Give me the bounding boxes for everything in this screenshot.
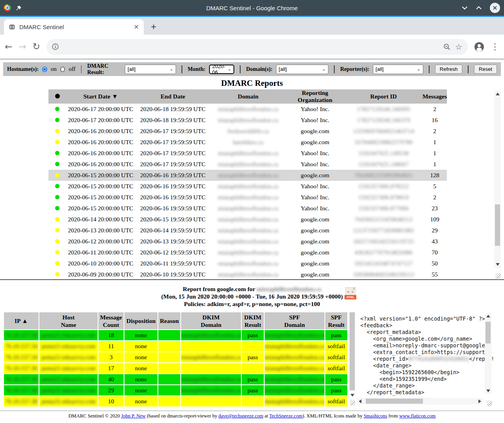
- refresh-button[interactable]: Refresh: [435, 65, 463, 74]
- report-row[interactable]: 2020-06-10 20:00:00 UTC2020-06-11 19:59:…: [48, 258, 447, 269]
- detail-dkim_domain-cell: [181, 396, 241, 406]
- close-window-button[interactable]: [490, 3, 500, 13]
- detail-column-header[interactable]: HostName: [39, 312, 98, 329]
- report-row[interactable]: 2020-06-16 20:00:00 UTC2020-06-17 19:59:…: [48, 126, 447, 137]
- reports-column-header[interactable]: Report ID: [345, 89, 422, 104]
- xml-resize-grip[interactable]: [487, 401, 492, 406]
- spf_domain-redacted: miataphilbrooflondon.ca: [265, 387, 324, 393]
- xml-horizontal-scrollbar[interactable]: [357, 398, 483, 404]
- report-row[interactable]: 2020-06-15 20:00:00 UTC2020-06-16 19:59:…: [48, 181, 447, 192]
- scroll-down-icon[interactable]: [496, 263, 500, 266]
- report-row[interactable]: 2020-06-13 20:00:00 UTC2020-06-14 19:59:…: [48, 225, 447, 236]
- status-cell: [48, 170, 66, 181]
- report-row[interactable]: 2020-06-17 20:00:00 UTC2020-06-18 19:59:…: [48, 115, 447, 126]
- reports-column-header[interactable]: Messages: [422, 89, 447, 104]
- reports-resize-grip[interactable]: [495, 273, 501, 278]
- reports-scrollbar[interactable]: [494, 90, 501, 268]
- back-icon[interactable]: ←: [5, 42, 12, 51]
- report-row[interactable]: 2020-06-09 20:00:00 UTC2020-06-10 19:59:…: [48, 269, 447, 280]
- tab-close-icon[interactable]: ✕: [134, 23, 139, 31]
- report-row[interactable]: 2020-06-15 20:00:00 UTC2020-06-16 19:59:…: [48, 192, 447, 203]
- footer-link[interactable]: John P. New: [121, 413, 146, 419]
- scroll-up-icon[interactable]: [486, 315, 490, 317]
- status-cell: [48, 181, 66, 192]
- detail-column-header[interactable]: DKIMResult: [242, 312, 264, 329]
- forward-icon[interactable]: →: [19, 42, 26, 51]
- html-file-icon[interactable]: < > HTML: [345, 287, 356, 300]
- footer-link[interactable]: www.flaticon.com: [399, 413, 435, 419]
- reports-column-header[interactable]: Reporting Organization: [285, 89, 345, 104]
- tab-dmarc-sentinel[interactable]: DMARC Sentinel ✕: [4, 19, 144, 35]
- domains-select[interactable]: [all] ⌄: [276, 65, 328, 74]
- reports-column-header[interactable]: End Date: [135, 89, 211, 104]
- profile-avatar-icon[interactable]: [474, 42, 484, 52]
- detail-dkim_result-cell: pass: [242, 374, 264, 384]
- start-date-cell: 2020-06-15 20:00:00 UTC: [66, 203, 135, 214]
- address-bar[interactable]: ☆: [46, 39, 468, 55]
- dmarc-result-select[interactable]: [all] ⌄: [125, 65, 176, 74]
- detail-scrollbar[interactable]: [349, 312, 356, 407]
- menu-kebab-icon[interactable]: ⋮: [491, 42, 499, 52]
- domains-label: Domain(s):: [246, 66, 272, 72]
- zoom-out-icon[interactable]: [443, 43, 450, 50]
- xml-vscroll-thumb[interactable]: [485, 322, 491, 343]
- detail-column-header[interactable]: SPFDomain: [265, 312, 324, 329]
- report-row[interactable]: 2020-06-11 20:00:00 UTC2020-06-12 19:59:…: [48, 247, 447, 258]
- xml-line: <date_range>: [360, 362, 484, 369]
- month-select[interactable]: 2020-06 ⌄: [209, 65, 234, 74]
- reload-icon[interactable]: ↻: [33, 42, 40, 51]
- detail-column-header[interactable]: Disposition: [124, 312, 158, 329]
- reports-scrollbar-thumb[interactable]: [495, 204, 500, 246]
- detail-column-header[interactable]: SPFResult: [325, 312, 347, 329]
- report-row[interactable]: 2020-06-15 20:00:00 UTC2020-06-16 19:59:…: [48, 170, 447, 181]
- reporters-select[interactable]: [all] ⌄: [373, 65, 423, 74]
- org-cell: Yahoo! Inc.: [285, 148, 345, 159]
- chevron-down-icon: ⌄: [228, 67, 231, 72]
- detail-column-header[interactable]: Reason: [158, 312, 180, 329]
- maximize-button[interactable]: [476, 6, 482, 10]
- footer-link[interactable]: Smashicons: [364, 413, 387, 419]
- xml-vertical-scrollbar[interactable]: [485, 313, 491, 394]
- url-input[interactable]: [63, 43, 439, 50]
- new-tab-button[interactable]: +: [151, 21, 156, 32]
- hostnames-off-label: off: [69, 66, 75, 72]
- detail-column-header[interactable]: MessageCount: [98, 312, 124, 329]
- report-row[interactable]: 2020-06-17 20:00:00 UTC2020-06-18 19:59:…: [48, 104, 447, 115]
- report-row[interactable]: 2020-06-16 20:00:00 UTC2020-06-17 19:59:…: [48, 137, 447, 148]
- reports-column-header[interactable]: [48, 89, 66, 104]
- ip-redacted: 76.10.157.36: [5, 376, 37, 382]
- report-row[interactable]: 2020-06-16 20:00:00 UTC2020-06-17 19:59:…: [48, 159, 447, 170]
- status-dot: [55, 261, 59, 265]
- scroll-down-icon[interactable]: [350, 394, 354, 397]
- report-row[interactable]: 2020-06-15 20:00:00 UTC2020-06-16 19:59:…: [48, 203, 447, 214]
- report-row[interactable]: 2020-06-16 20:00:00 UTC2020-06-17 19:59:…: [48, 148, 447, 159]
- site-info-icon[interactable]: [52, 43, 59, 50]
- hostnames-off-radio[interactable]: [60, 67, 65, 72]
- domain-redacted: miataphilbrooflondon.ca: [218, 271, 278, 278]
- report-id-redacted: 12137339771830881985: [353, 227, 414, 234]
- scroll-right-icon[interactable]: [478, 399, 481, 403]
- detail-column-header[interactable]: DKIMDomain: [181, 312, 241, 329]
- hostnames-on-radio[interactable]: [42, 67, 47, 72]
- footer-link[interactable]: dave@techsneeze.com: [219, 413, 263, 419]
- reset-button[interactable]: Reset: [474, 65, 497, 74]
- end-date-cell: 2020-06-17 19:59:59 UTC: [135, 148, 211, 159]
- spf_domain-redacted: miataphilbrooflondon.ca: [265, 376, 324, 382]
- bookmark-star-icon[interactable]: ☆: [455, 42, 462, 52]
- scroll-down-icon[interactable]: [486, 390, 490, 392]
- detail-column-header[interactable]: IP ▲: [4, 312, 39, 329]
- minimize-button[interactable]: [461, 6, 468, 10]
- scroll-left-icon[interactable]: [359, 399, 361, 403]
- scroll-up-icon[interactable]: [496, 93, 500, 95]
- footer-link[interactable]: TechSneeze.com: [269, 413, 302, 419]
- host-redacted: penta31.teksavvy.com: [41, 398, 96, 404]
- reports-column-header[interactable]: Domain: [211, 89, 285, 104]
- detail-resize-grip[interactable]: [350, 400, 355, 405]
- detail-scrollbar-thumb[interactable]: [350, 312, 355, 390]
- domain-cell: miataphilbrooflondon.ca: [211, 181, 285, 192]
- report-row[interactable]: 2020-06-12 20:00:00 UTC2020-06-13 19:59:…: [48, 236, 447, 247]
- reports-column-header[interactable]: Start Date ▼: [66, 89, 135, 104]
- report-row[interactable]: 2020-06-14 20:00:00 UTC2020-06-15 19:59:…: [48, 214, 447, 225]
- xml-hscroll-thumb[interactable]: [366, 399, 423, 404]
- status-dot: [55, 195, 59, 199]
